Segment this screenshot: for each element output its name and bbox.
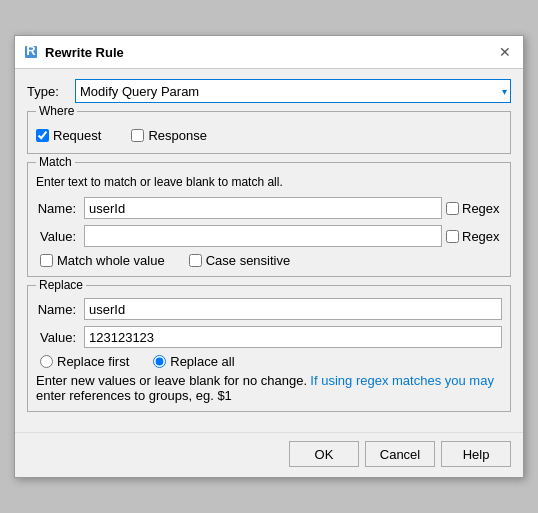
request-checkbox[interactable] xyxy=(36,129,49,142)
response-checkbox-label[interactable]: Response xyxy=(131,128,207,143)
bottom-buttons: OK Cancel Help xyxy=(15,432,523,477)
response-label: Response xyxy=(148,128,207,143)
replace-all-text: Replace all xyxy=(170,354,234,369)
request-checkbox-label[interactable]: Request xyxy=(36,128,101,143)
replace-first-text: Replace first xyxy=(57,354,129,369)
replace-options-row: Replace first Replace all xyxy=(36,354,502,369)
ok-button[interactable]: OK xyxy=(289,441,359,467)
match-value-regex-text: Regex xyxy=(462,229,500,244)
replace-all-radio[interactable] xyxy=(153,355,166,368)
close-button[interactable]: ✕ xyxy=(495,42,515,62)
where-legend: Where xyxy=(36,104,77,118)
match-whole-label[interactable]: Match whole value xyxy=(40,253,165,268)
replace-name-row: Name: xyxy=(36,298,502,320)
match-whole-text: Match whole value xyxy=(57,253,165,268)
match-name-regex-checkbox[interactable] xyxy=(446,202,459,215)
match-name-regex-text: Regex xyxy=(462,201,500,216)
replace-value-row: Value: xyxy=(36,326,502,348)
title-bar-left: R Rewrite Rule xyxy=(23,44,124,60)
case-sensitive-checkbox[interactable] xyxy=(189,254,202,267)
match-value-input[interactable] xyxy=(84,225,442,247)
replace-section: Replace Name: Value: Replace first xyxy=(27,285,511,412)
replace-all-label[interactable]: Replace all xyxy=(153,354,234,369)
replace-value-label: Value: xyxy=(36,330,80,345)
dialog-icon: R xyxy=(23,44,39,60)
match-whole-checkbox[interactable] xyxy=(40,254,53,267)
match-value-row: Value: Regex xyxy=(36,225,502,247)
cancel-button[interactable]: Cancel xyxy=(365,441,435,467)
replace-hint: Enter new values or leave blank for no c… xyxy=(36,373,502,403)
replace-legend: Replace xyxy=(36,278,86,292)
case-sensitive-label[interactable]: Case sensitive xyxy=(189,253,291,268)
match-name-regex-label[interactable]: Regex xyxy=(446,201,502,216)
match-value-regex-label[interactable]: Regex xyxy=(446,229,502,244)
match-content: Enter text to match or leave blank to ma… xyxy=(36,175,502,268)
title-bar: R Rewrite Rule ✕ xyxy=(15,36,523,69)
match-name-label: Name: xyxy=(36,201,80,216)
match-name-row: Name: Regex xyxy=(36,197,502,219)
match-section: Match Enter text to match or leave blank… xyxy=(27,162,511,277)
response-checkbox[interactable] xyxy=(131,129,144,142)
type-row: Type: Modify Query Param Modify Header M… xyxy=(27,79,511,103)
rewrite-rule-dialog: R Rewrite Rule ✕ Type: Modify Query Para… xyxy=(14,35,524,478)
dialog-body: Type: Modify Query Param Modify Header M… xyxy=(15,69,523,432)
case-sensitive-text: Case sensitive xyxy=(206,253,291,268)
replace-value-input[interactable] xyxy=(84,326,502,348)
match-value-regex-checkbox[interactable] xyxy=(446,230,459,243)
where-row: Request Response xyxy=(36,124,502,145)
match-hint: Enter text to match or leave blank to ma… xyxy=(36,175,502,189)
hint-blue: If using regex matches you may xyxy=(310,373,494,388)
replace-name-input[interactable] xyxy=(84,298,502,320)
type-select-wrapper: Modify Query Param Modify Header Modify … xyxy=(75,79,511,103)
replace-name-label: Name: xyxy=(36,302,80,317)
hint-black1: Enter new values or leave blank for no c… xyxy=(36,373,307,388)
match-value-label: Value: xyxy=(36,229,80,244)
match-name-input[interactable] xyxy=(84,197,442,219)
replace-content: Name: Value: Replace first Re xyxy=(36,298,502,403)
match-options-row: Match whole value Case sensitive xyxy=(36,253,502,268)
where-section: Where Request Response xyxy=(27,111,511,154)
help-button[interactable]: Help xyxy=(441,441,511,467)
hint-black2: enter references to groups, eg. $1 xyxy=(36,388,232,403)
replace-first-radio[interactable] xyxy=(40,355,53,368)
dialog-title: Rewrite Rule xyxy=(45,45,124,60)
type-select[interactable]: Modify Query Param Modify Header Modify … xyxy=(75,79,511,103)
request-label: Request xyxy=(53,128,101,143)
type-label: Type: xyxy=(27,84,75,99)
match-legend: Match xyxy=(36,155,75,169)
replace-first-label[interactable]: Replace first xyxy=(40,354,129,369)
svg-text:R: R xyxy=(26,45,36,58)
